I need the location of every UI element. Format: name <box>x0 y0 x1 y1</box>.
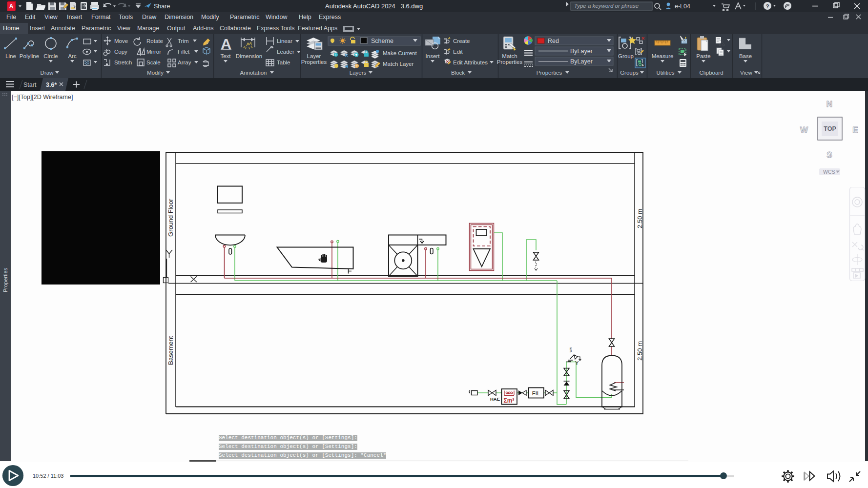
svg-text:Red: Red <box>548 38 559 44</box>
svg-text:Scale: Scale <box>146 60 161 65</box>
svg-text:Dimension: Dimension <box>236 53 262 59</box>
svg-text:Clipboard: Clipboard <box>699 70 723 76</box>
svg-text:Arc: Arc <box>68 53 77 59</box>
svg-text:Annotation: Annotation <box>240 70 267 76</box>
svg-text:Groups: Groups <box>620 70 639 76</box>
svg-text:2.50 m: 2.50 m <box>636 209 643 228</box>
svg-text:Properties: Properties <box>497 59 523 65</box>
svg-text:Match: Match <box>502 53 517 59</box>
svg-text:Trim: Trim <box>178 38 189 44</box>
svg-text:Insert: Insert <box>426 53 440 59</box>
svg-text:Modify: Modify <box>147 70 164 76</box>
svg-text:Copy: Copy <box>114 49 127 55</box>
svg-text:WW: WW <box>569 347 572 352</box>
svg-text:Table: Table <box>277 60 290 65</box>
svg-text:Make Current: Make Current <box>383 50 417 56</box>
svg-text:Share: Share <box>154 3 170 10</box>
svg-text:Properties: Properties <box>537 70 562 76</box>
svg-text:?: ? <box>765 3 769 9</box>
svg-text:Move: Move <box>114 38 128 44</box>
svg-text:E: E <box>852 125 858 135</box>
svg-text:Circle: Circle <box>43 53 58 59</box>
svg-text:Base: Base <box>739 53 752 59</box>
svg-text:Array: Array <box>178 60 191 65</box>
svg-text:A: A <box>221 36 231 52</box>
svg-text:S: S <box>827 150 832 160</box>
svg-text:N: N <box>827 100 832 109</box>
svg-text:HAE: HAE <box>490 396 500 402</box>
svg-text:Line: Line <box>5 53 16 59</box>
svg-text:Draw: Draw <box>41 70 54 76</box>
svg-text:ByLayer: ByLayer <box>570 58 593 65</box>
svg-text:Measure: Measure <box>652 53 674 59</box>
svg-text:Stretch: Stretch <box>114 60 132 65</box>
svg-text:FIL: FIL <box>532 390 540 396</box>
svg-text:Linear: Linear <box>277 38 292 44</box>
svg-text:Autodesk AutoCAD 2024 3.6.dw: Autodesk AutoCAD 2024 3.6.dwg <box>325 2 423 10</box>
svg-text:Start: Start <box>23 81 37 88</box>
svg-text:Y: Y <box>575 360 579 366</box>
svg-text:A: A <box>9 3 14 10</box>
svg-text:Basement: Basement <box>167 336 174 365</box>
svg-text:TOP: TOP <box>824 125 836 132</box>
svg-text:Leader: Leader <box>277 49 294 55</box>
svg-text:Ground Floor: Ground Floor <box>167 199 174 237</box>
svg-text:Σm³: Σm³ <box>504 397 515 404</box>
svg-text:Scheme: Scheme <box>371 38 393 44</box>
svg-text:Text: Text <box>220 53 231 59</box>
svg-text:Block: Block <box>451 70 465 76</box>
svg-text:2.50 m: 2.50 m <box>636 341 643 361</box>
svg-text:Layers: Layers <box>350 70 367 76</box>
svg-text:Polyline: Polyline <box>20 53 39 59</box>
svg-text:View: View <box>740 70 752 76</box>
svg-text:Edit: Edit <box>453 49 463 55</box>
svg-text:Edit Attributes: Edit Attributes <box>453 60 488 65</box>
svg-text:Paste: Paste <box>696 53 710 59</box>
svg-text:Utilities: Utilities <box>656 70 674 76</box>
svg-text:e-L04: e-L04 <box>675 3 690 10</box>
svg-text:Group: Group <box>618 53 634 59</box>
svg-text:Type a keyword or phrase: Type a keyword or phrase <box>574 3 639 9</box>
svg-text:Layer: Layer <box>307 53 321 59</box>
svg-text:Fillet: Fillet <box>178 49 190 55</box>
svg-text:ByLayer: ByLayer <box>570 48 593 55</box>
svg-text:Mirror: Mirror <box>146 49 161 55</box>
svg-text:Rotate: Rotate <box>146 38 163 44</box>
svg-text:WCS: WCS <box>823 169 835 175</box>
svg-text:3.6*: 3.6* <box>46 81 57 88</box>
svg-text:Create: Create <box>453 38 470 44</box>
svg-text:W: W <box>800 125 808 135</box>
svg-text:Match Layer: Match Layer <box>383 61 413 67</box>
svg-text:Properties: Properties <box>301 59 327 65</box>
